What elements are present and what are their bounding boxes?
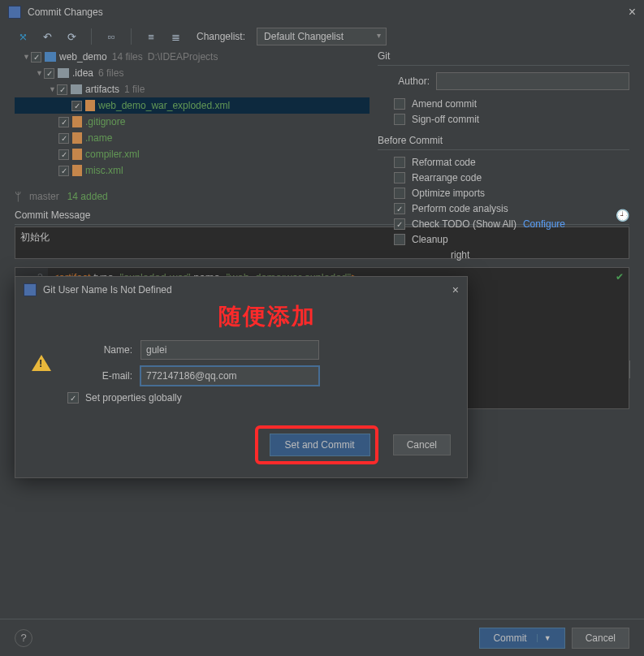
globally-checkbox[interactable] — [67, 392, 79, 404]
collapse-all-icon[interactable]: ≣ — [169, 30, 182, 43]
analysis-checkbox[interactable] — [394, 203, 405, 214]
tree-label: .name — [85, 132, 112, 144]
tree-node-idea[interactable]: ▼ .idea 6 files — [15, 65, 370, 81]
git-heading: Git — [378, 49, 629, 66]
branch-name: master — [29, 191, 59, 202]
tree-label: .idea — [72, 67, 93, 79]
git-user-dialog: Git User Name Is Not Defined × 随便添加 Name… — [15, 276, 468, 478]
todo-label: Check TODO (Show All) — [412, 218, 516, 230]
amend-checkbox[interactable] — [394, 98, 405, 110]
checkbox[interactable] — [58, 149, 69, 160]
chevron-down-icon[interactable]: ▼ — [23, 53, 31, 61]
tree-label: web_demo — [59, 51, 107, 63]
bottom-bar: ? Commit▼ Cancel — [0, 619, 644, 656]
file-icon — [72, 132, 82, 144]
author-input[interactable] — [436, 72, 629, 90]
xml-file-icon — [72, 149, 82, 160]
annotation-text: 随便添加 — [218, 301, 316, 332]
tree-label: artifacts — [85, 84, 119, 95]
email-label: E-mail: — [67, 370, 140, 382]
tree-meta: 14 files — [112, 51, 143, 63]
window-title: Commit Changes — [28, 6, 629, 18]
signoff-checkbox[interactable] — [394, 114, 405, 125]
history-icon[interactable]: 🕘 — [616, 209, 629, 222]
warning-icon — [32, 355, 51, 371]
signoff-label: Sign-off commit — [412, 114, 479, 125]
tree-file[interactable]: .gitignore — [15, 114, 370, 130]
set-and-commit-button[interactable]: Set and Commit — [270, 434, 370, 456]
name-label: Name: — [67, 344, 140, 356]
annotation-highlight: Set and Commit — [255, 425, 378, 464]
checkbox[interactable] — [58, 166, 69, 176]
close-icon[interactable]: × — [629, 5, 636, 19]
analysis-label: Perform code analysis — [412, 203, 508, 214]
tree-label: misc.xml — [85, 165, 123, 176]
optimize-label: Optimize imports — [412, 188, 485, 199]
amend-label: Amend commit — [412, 98, 477, 110]
refresh-icon[interactable]: ⟳ — [65, 30, 78, 43]
todo-checkbox[interactable] — [394, 218, 405, 230]
todo-configure-link[interactable]: Configure — [523, 218, 565, 230]
email-input[interactable] — [140, 366, 319, 386]
chevron-down-icon[interactable]: ▼ — [49, 85, 57, 93]
module-icon — [45, 52, 56, 62]
tree-file[interactable]: compiler.xml — [15, 146, 370, 162]
checkbox[interactable] — [44, 68, 54, 79]
cleanup-checkbox[interactable] — [394, 234, 405, 245]
help-button[interactable]: ? — [15, 629, 32, 647]
app-icon — [8, 6, 21, 19]
dialog-title: Git User Name Is Not Defined — [43, 284, 452, 296]
changelist-label: Changelist: — [197, 31, 245, 42]
checkbox[interactable] — [58, 133, 69, 144]
tree-node-artifacts[interactable]: ▼ artifacts 1 file — [15, 81, 370, 97]
tree-file-selected[interactable]: web_demo_war_exploded.xml — [15, 97, 370, 114]
folder-icon — [58, 68, 69, 78]
optimize-checkbox[interactable] — [394, 188, 405, 199]
rearrange-checkbox[interactable] — [394, 172, 405, 183]
checkbox[interactable] — [58, 117, 69, 127]
chevron-down-icon[interactable]: ▼ — [36, 69, 44, 77]
checkbox[interactable] — [31, 52, 41, 63]
cancel-button[interactable]: Cancel — [572, 628, 629, 649]
copyright-label-partial: right — [451, 249, 469, 261]
tree-meta: 1 file — [124, 84, 145, 95]
globally-label: Set properties globally — [85, 392, 182, 404]
close-icon[interactable]: × — [452, 283, 459, 296]
changelist-combo[interactable]: Default Changelist — [257, 28, 387, 45]
commit-dropdown-icon[interactable]: ▼ — [537, 634, 551, 642]
refresh-vcs-icon[interactable]: ⤧ — [16, 30, 29, 43]
tree-meta: 6 files — [98, 67, 123, 79]
changes-tree[interactable]: ▼ web_demo 14 files D:\IDEAProjects ▼ .i… — [15, 49, 370, 187]
tree-file[interactable]: .name — [15, 130, 370, 146]
rollback-icon[interactable]: ↶ — [41, 30, 54, 43]
app-icon — [24, 283, 37, 296]
file-icon — [72, 116, 82, 127]
branch-added: 14 added — [67, 191, 108, 202]
rearrange-label: Rearrange code — [412, 172, 482, 183]
branch-icon: ᛘ — [15, 190, 21, 203]
tree-label: compiler.xml — [85, 149, 140, 160]
checkbox[interactable] — [57, 84, 67, 95]
tree-label: web_demo_war_exploded.xml — [98, 100, 230, 111]
tree-meta: D:\IDEAProjects — [148, 51, 218, 63]
tree-root[interactable]: ▼ web_demo 14 files D:\IDEAProjects — [15, 49, 370, 65]
title-bar: Commit Changes × — [0, 0, 644, 24]
dialog-cancel-button[interactable]: Cancel — [393, 434, 451, 455]
tree-label: .gitignore — [85, 116, 125, 127]
checkbox[interactable] — [71, 101, 82, 111]
reformat-checkbox[interactable] — [394, 157, 405, 168]
xml-file-icon — [72, 165, 82, 176]
group-icon[interactable]: ▫▫ — [105, 30, 118, 43]
folder-icon — [71, 84, 82, 94]
reformat-label: Reformat code — [412, 157, 476, 168]
author-label: Author: — [378, 76, 436, 87]
cleanup-label: Cleanup — [412, 234, 448, 245]
before-commit-heading: Before Commit — [378, 133, 629, 150]
commit-message-heading: Commit Message — [15, 209, 90, 221]
tree-file[interactable]: misc.xml — [15, 162, 370, 179]
toolbar: ⤧ ↶ ⟳ ▫▫ ≡ ≣ Changelist: Default Changel… — [0, 24, 644, 49]
name-input[interactable] — [140, 340, 319, 360]
commit-button[interactable]: Commit▼ — [479, 628, 564, 649]
expand-all-icon[interactable]: ≡ — [145, 30, 158, 43]
inspection-ok-icon: ✔ — [616, 271, 624, 283]
